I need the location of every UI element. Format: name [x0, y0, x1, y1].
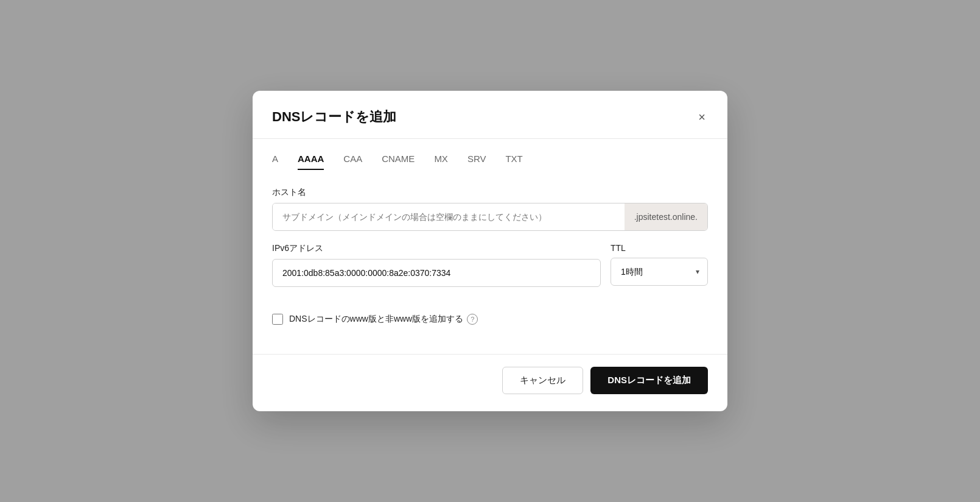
- hostname-input[interactable]: [273, 203, 625, 230]
- www-checkbox-row: DNSレコードのwww版と非www版を追加する ?: [272, 314, 708, 325]
- tab-AAAA[interactable]: AAAA: [298, 154, 324, 170]
- ipv6-input[interactable]: [272, 259, 601, 287]
- tab-A[interactable]: A: [272, 154, 278, 170]
- submit-button[interactable]: DNSレコードを追加: [590, 367, 708, 394]
- tab-TXT[interactable]: TXT: [505, 154, 522, 170]
- ipv6-label: IPv6アドレス: [272, 243, 601, 254]
- dialog-title: DNSレコードを追加: [272, 108, 396, 126]
- dialog: DNSレコードを追加 × A AAAA CAA CNAME MX SRV TXT…: [253, 91, 727, 411]
- tab-CNAME[interactable]: CNAME: [382, 154, 415, 170]
- header-divider: [253, 138, 727, 139]
- hostname-input-wrapper: .jpsitetest.online.: [272, 203, 708, 231]
- tab-CAA[interactable]: CAA: [343, 154, 362, 170]
- dialog-footer: キャンセル DNSレコードを追加: [253, 355, 727, 411]
- ipv6-ttl-row: IPv6アドレス TTL 自動 1分 5分 30分 1時間 12時間 1日: [272, 243, 708, 299]
- ttl-select[interactable]: 自動 1分 5分 30分 1時間 12時間 1日: [611, 258, 708, 286]
- ttl-label: TTL: [611, 243, 708, 253]
- tab-bar: A AAAA CAA CNAME MX SRV TXT: [272, 154, 708, 170]
- dialog-body: A AAAA CAA CNAME MX SRV TXT ホスト名 .jpsite…: [253, 154, 727, 339]
- ipv6-group: IPv6アドレス: [272, 243, 601, 287]
- close-button[interactable]: ×: [696, 108, 708, 125]
- ttl-select-wrapper: 自動 1分 5分 30分 1時間 12時間 1日 ▾: [611, 258, 708, 286]
- modal-overlay: DNSレコードを追加 × A AAAA CAA CNAME MX SRV TXT…: [0, 0, 980, 502]
- tab-MX[interactable]: MX: [434, 154, 448, 170]
- cancel-button[interactable]: キャンセル: [502, 367, 583, 394]
- ttl-group: TTL 自動 1分 5分 30分 1時間 12時間 1日 ▾: [611, 243, 708, 286]
- hostname-label: ホスト名: [272, 187, 708, 198]
- www-checkbox[interactable]: [272, 314, 283, 325]
- tab-SRV[interactable]: SRV: [467, 154, 486, 170]
- help-icon[interactable]: ?: [467, 314, 478, 325]
- hostname-suffix: .jpsitetest.online.: [625, 203, 707, 230]
- hostname-group: ホスト名 .jpsitetest.online.: [272, 187, 708, 231]
- dialog-header: DNSレコードを追加 ×: [253, 91, 727, 138]
- www-checkbox-label[interactable]: DNSレコードのwww版と非www版を追加する ?: [289, 314, 478, 325]
